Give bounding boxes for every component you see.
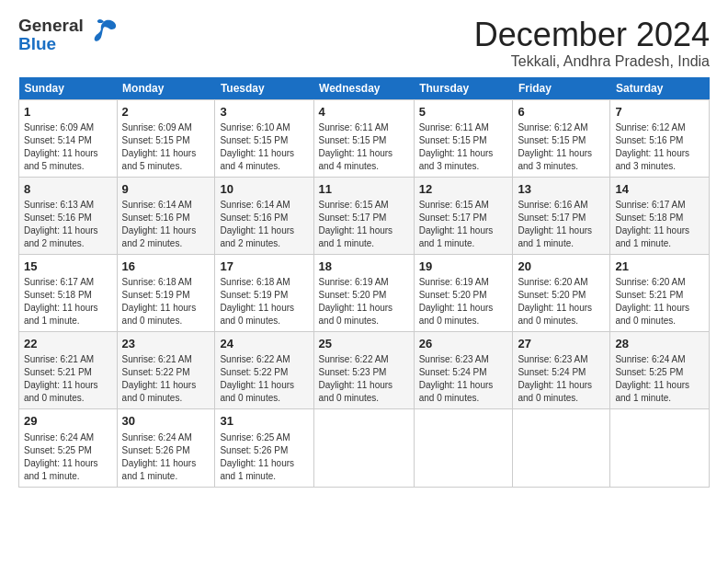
cell-info: and 1 minute. — [122, 470, 210, 483]
calendar-cell: 26Sunrise: 6:23 AMSunset: 5:24 PMDayligh… — [414, 332, 513, 409]
calendar-cell: 27Sunrise: 6:23 AMSunset: 5:24 PMDayligh… — [513, 332, 610, 409]
calendar-cell: 6Sunrise: 6:12 AMSunset: 5:15 PMDaylight… — [513, 99, 610, 177]
cell-info: Sunset: 5:23 PM — [319, 366, 409, 379]
cell-info: Daylight: 11 hours — [220, 224, 308, 237]
calendar-cell: 9Sunrise: 6:14 AMSunset: 5:16 PMDaylight… — [117, 177, 215, 254]
cell-info: and 1 minute. — [319, 237, 409, 250]
day-number: 2 — [122, 104, 210, 121]
logo: General Blue — [18, 17, 119, 53]
cell-info: Sunset: 5:26 PM — [220, 444, 308, 457]
cell-info: and 2 minutes. — [24, 237, 112, 250]
cell-info: Sunset: 5:22 PM — [220, 366, 308, 379]
cell-info: Daylight: 11 hours — [122, 379, 210, 392]
cell-info: and 3 minutes. — [615, 160, 704, 173]
day-number: 30 — [122, 413, 210, 430]
cell-info: Sunset: 5:21 PM — [615, 289, 704, 302]
cell-info: Sunset: 5:17 PM — [518, 212, 605, 224]
cell-info: Sunrise: 6:14 AM — [122, 199, 210, 212]
cell-info: Daylight: 11 hours — [122, 224, 210, 237]
day-number: 12 — [419, 181, 508, 198]
calendar-cell: 11Sunrise: 6:15 AMSunset: 5:17 PMDayligh… — [313, 177, 414, 254]
cell-info: Sunrise: 6:18 AM — [122, 276, 210, 289]
cell-info: Sunset: 5:17 PM — [419, 212, 508, 224]
calendar-cell: 28Sunrise: 6:24 AMSunset: 5:25 PMDayligh… — [610, 332, 710, 409]
day-number: 15 — [24, 259, 112, 275]
cell-info: Sunset: 5:16 PM — [220, 212, 308, 224]
col-header-sunday: Sunday — [19, 77, 118, 100]
calendar-cell: 17Sunrise: 6:18 AMSunset: 5:19 PMDayligh… — [215, 254, 313, 331]
cell-info: and 3 minutes. — [518, 160, 605, 173]
cell-info: Daylight: 11 hours — [518, 302, 605, 315]
calendar-cell: 25Sunrise: 6:22 AMSunset: 5:23 PMDayligh… — [313, 332, 414, 409]
calendar-cell: 21Sunrise: 6:20 AMSunset: 5:21 PMDayligh… — [610, 254, 710, 331]
cell-info: Sunrise: 6:12 AM — [518, 121, 605, 134]
calendar-cell — [513, 409, 610, 487]
cell-info: and 5 minutes. — [122, 160, 210, 173]
cell-info: Sunrise: 6:17 AM — [615, 199, 704, 212]
cell-info: Sunrise: 6:11 AM — [419, 121, 508, 134]
cell-info: and 4 minutes. — [220, 160, 308, 173]
cell-info: and 4 minutes. — [319, 160, 409, 173]
cell-info: Daylight: 11 hours — [419, 147, 508, 160]
cell-info: and 1 minute. — [518, 237, 605, 250]
cell-info: Daylight: 11 hours — [122, 302, 210, 315]
cell-info: Daylight: 11 hours — [419, 379, 508, 392]
cell-info: Sunset: 5:24 PM — [518, 366, 605, 379]
cell-info: Sunset: 5:15 PM — [419, 134, 508, 147]
calendar-cell: 18Sunrise: 6:19 AMSunset: 5:20 PMDayligh… — [313, 254, 414, 331]
cell-info: and 0 minutes. — [319, 315, 409, 327]
cell-info: Sunrise: 6:23 AM — [419, 353, 508, 366]
cell-info: and 0 minutes. — [122, 315, 210, 327]
cell-info: Sunset: 5:15 PM — [319, 134, 409, 147]
day-number: 1 — [24, 104, 112, 121]
cell-info: Sunset: 5:22 PM — [122, 366, 210, 379]
cell-info: Daylight: 11 hours — [419, 302, 508, 315]
day-number: 20 — [518, 259, 605, 275]
cell-info: Daylight: 11 hours — [24, 457, 112, 470]
day-number: 25 — [319, 336, 409, 352]
cell-info: Sunrise: 6:15 AM — [319, 199, 409, 212]
cell-info: and 1 minute. — [615, 392, 704, 405]
cell-info: Sunrise: 6:24 AM — [24, 431, 112, 444]
week-row-2: 8Sunrise: 6:13 AMSunset: 5:16 PMDaylight… — [19, 177, 710, 254]
day-number: 3 — [220, 104, 308, 121]
cell-info: Daylight: 11 hours — [319, 224, 409, 237]
calendar-cell: 13Sunrise: 6:16 AMSunset: 5:17 PMDayligh… — [513, 177, 610, 254]
calendar-cell: 15Sunrise: 6:17 AMSunset: 5:18 PMDayligh… — [19, 254, 118, 331]
col-header-tuesday: Tuesday — [215, 77, 313, 100]
cell-info: Daylight: 11 hours — [518, 379, 605, 392]
cell-info: Daylight: 11 hours — [615, 379, 704, 392]
cell-info: Sunrise: 6:23 AM — [518, 353, 605, 366]
calendar-cell: 22Sunrise: 6:21 AMSunset: 5:21 PMDayligh… — [19, 332, 118, 409]
cell-info: Daylight: 11 hours — [319, 379, 409, 392]
header-row: SundayMondayTuesdayWednesdayThursdayFrid… — [19, 77, 710, 100]
cell-info: Daylight: 11 hours — [24, 302, 112, 315]
cell-info: and 0 minutes. — [615, 315, 704, 327]
cell-info: Daylight: 11 hours — [24, 379, 112, 392]
cell-info: Sunset: 5:16 PM — [24, 212, 112, 224]
calendar-cell: 4Sunrise: 6:11 AMSunset: 5:15 PMDaylight… — [313, 99, 414, 177]
cell-info: Sunset: 5:21 PM — [24, 366, 112, 379]
cell-info: and 0 minutes. — [220, 392, 308, 405]
cell-info: Daylight: 11 hours — [220, 379, 308, 392]
cell-info: Daylight: 11 hours — [220, 147, 308, 160]
day-number: 26 — [419, 336, 508, 352]
logo-bird-icon — [89, 16, 119, 49]
day-number: 13 — [518, 181, 605, 198]
cell-info: Sunrise: 6:24 AM — [122, 431, 210, 444]
cell-info: Sunrise: 6:22 AM — [220, 353, 308, 366]
cell-info: Daylight: 11 hours — [419, 224, 508, 237]
cell-info: and 0 minutes. — [122, 392, 210, 405]
calendar-cell — [414, 409, 513, 487]
calendar-cell: 20Sunrise: 6:20 AMSunset: 5:20 PMDayligh… — [513, 254, 610, 331]
cell-info: Sunrise: 6:15 AM — [419, 199, 508, 212]
cell-info: Sunrise: 6:16 AM — [518, 199, 605, 212]
cell-info: Sunrise: 6:24 AM — [615, 353, 704, 366]
cell-info: Sunset: 5:16 PM — [122, 212, 210, 224]
cell-info: Daylight: 11 hours — [518, 147, 605, 160]
cell-info: Sunset: 5:15 PM — [122, 134, 210, 147]
cell-info: and 0 minutes. — [24, 392, 112, 405]
cell-info: Sunrise: 6:14 AM — [220, 199, 308, 212]
page: General Blue December 2024 Tekkali, Andh… — [0, 0, 728, 497]
cell-info: Sunrise: 6:20 AM — [518, 276, 605, 289]
